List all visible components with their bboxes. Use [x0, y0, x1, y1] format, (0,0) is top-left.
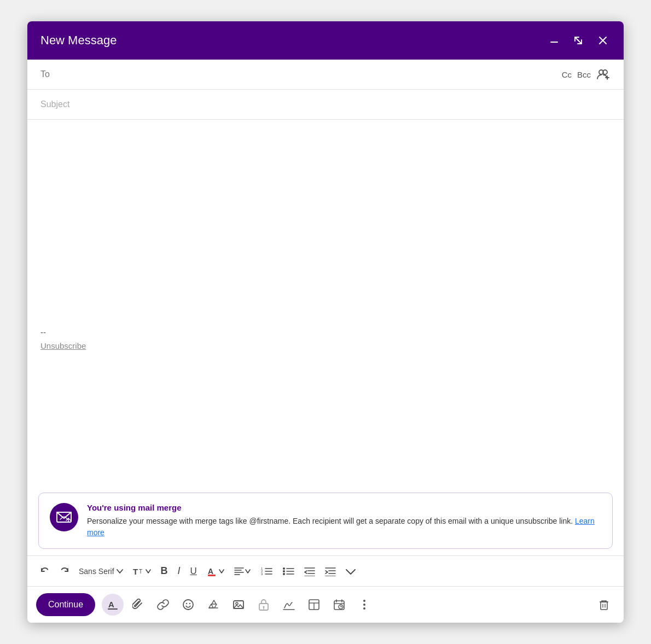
signature-divider: --: [40, 327, 611, 337]
bottom-toolbar: Continue A: [27, 586, 624, 623]
svg-text:T: T: [139, 569, 142, 575]
mail-merge-desc: Personalize your message with merge tags…: [87, 516, 601, 538]
redo-button[interactable]: [56, 563, 73, 579]
unsubscribe-link[interactable]: Unsubscribe: [40, 341, 86, 350]
to-label: To: [40, 69, 62, 79]
italic-button[interactable]: I: [174, 562, 184, 580]
attach-file-button[interactable]: [127, 594, 149, 616]
mail-merge-text: You're using mail merge Personalize your…: [87, 503, 601, 538]
svg-point-28: [283, 570, 285, 572]
bulleted-list-button[interactable]: [278, 563, 298, 579]
svg-point-62: [363, 604, 365, 606]
svg-rect-64: [601, 602, 607, 610]
to-input[interactable]: [62, 65, 562, 84]
schedule-send-button[interactable]: [328, 594, 350, 616]
formatting-toolbar: Sans Serif T T B I U: [27, 555, 624, 586]
undo-button[interactable]: [36, 563, 54, 579]
add-recipients-icon[interactable]: [596, 68, 611, 80]
text-size-button[interactable]: T T: [129, 563, 155, 579]
continue-button[interactable]: Continue: [36, 593, 95, 616]
signature-button[interactable]: [278, 594, 300, 616]
mail-merge-banner: You're using mail merge Personalize your…: [38, 493, 613, 549]
google-drive-button[interactable]: [202, 594, 224, 616]
font-selector[interactable]: Sans Serif: [75, 565, 126, 578]
header-controls: [547, 33, 611, 48]
insert-photo-button[interactable]: [228, 594, 249, 616]
to-field-row: To Cc Bcc: [27, 60, 624, 90]
indent-decrease-button[interactable]: [300, 563, 319, 579]
confidential-button[interactable]: [253, 594, 275, 616]
body-content[interactable]: [40, 131, 611, 295]
svg-text:T: T: [133, 567, 138, 576]
svg-point-29: [283, 573, 285, 575]
compose-title: New Message: [40, 33, 117, 48]
cc-bcc-area: Cc Bcc: [562, 68, 611, 80]
maximize-button[interactable]: [571, 33, 585, 48]
minimize-button[interactable]: [547, 33, 561, 48]
discard-button[interactable]: [593, 594, 615, 616]
compose-header: New Message: [27, 21, 624, 60]
svg-point-44: [186, 603, 187, 604]
align-button[interactable]: [230, 564, 254, 579]
insert-link-button[interactable]: [152, 594, 174, 616]
svg-text:A: A: [108, 600, 114, 609]
more-options-button[interactable]: [353, 594, 375, 616]
bold-button[interactable]: B: [157, 562, 172, 580]
svg-text:3: 3: [261, 572, 263, 576]
subject-input[interactable]: [40, 95, 611, 114]
svg-line-2: [578, 40, 582, 44]
subject-field-row: [27, 90, 624, 120]
insert-emoji-button[interactable]: [177, 594, 199, 616]
svg-point-48: [236, 602, 238, 605]
svg-text:A: A: [208, 567, 213, 576]
bcc-button[interactable]: Bcc: [577, 70, 591, 79]
more-formatting-button[interactable]: [342, 563, 359, 579]
svg-point-27: [283, 567, 285, 570]
underline-button[interactable]: U: [187, 563, 201, 580]
font-color-button[interactable]: A: [203, 563, 228, 579]
layout-button[interactable]: [303, 594, 325, 616]
svg-rect-16: [208, 575, 216, 576]
numbered-list-button[interactable]: 1 2 3: [257, 563, 276, 579]
close-button[interactable]: [595, 33, 611, 48]
body-area[interactable]: -- Unsubscribe: [27, 120, 624, 487]
svg-point-43: [183, 600, 193, 610]
cc-button[interactable]: Cc: [562, 70, 572, 79]
text-format-button[interactable]: A: [102, 594, 124, 616]
svg-point-61: [363, 600, 365, 602]
svg-point-45: [189, 603, 190, 604]
svg-point-63: [363, 607, 365, 610]
mail-merge-icon: [50, 503, 78, 531]
mail-merge-title: You're using mail merge: [87, 503, 601, 512]
compose-window: New Message: [27, 21, 624, 623]
indent-increase-button[interactable]: [321, 563, 340, 579]
